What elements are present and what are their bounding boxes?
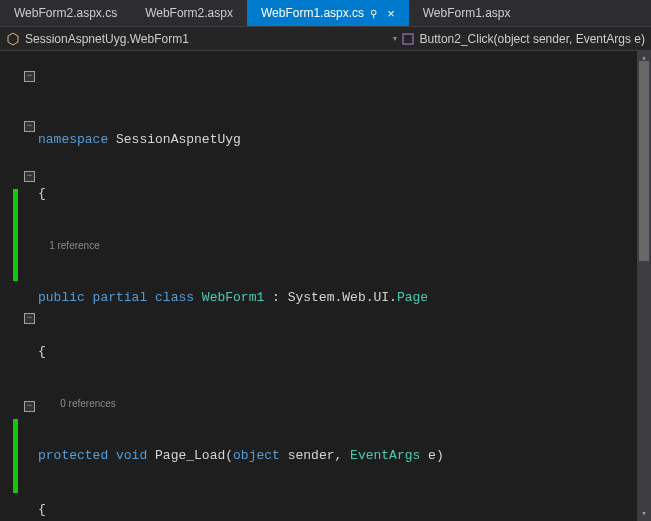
tab-webform2-aspx[interactable]: WebForm2.aspx [131,0,247,26]
class-icon [6,32,20,46]
code-line: { [38,185,651,203]
code-line: namespace SessionAspnetUyg [38,131,651,149]
close-icon[interactable]: × [387,6,395,21]
code-line: { [38,343,651,361]
vertical-scrollbar[interactable]: ▴ ▾ [637,51,651,521]
fold-toggle[interactable]: − [24,121,35,132]
fold-toggle[interactable]: − [24,171,35,182]
tab-bar: WebForm2.aspx.cs WebForm2.aspx WebForm1.… [0,0,651,27]
fold-toggle[interactable]: − [24,401,35,412]
type-nav-dropdown[interactable]: SessionAspnetUyg.WebForm1 [0,32,389,46]
scroll-down-button[interactable]: ▾ [637,507,651,521]
codelens-references[interactable]: 0 references [38,397,651,411]
svg-rect-0 [403,34,413,44]
member-nav-dropdown[interactable]: Button2_Click(object sender, EventArgs e… [401,32,651,46]
pin-icon[interactable]: ⚲ [370,8,377,19]
codelens-references[interactable]: 1 reference [38,239,651,253]
tab-webform1-cs[interactable]: WebForm1.aspx.cs ⚲ × [247,0,409,26]
nav-right-label: Button2_Click(object sender, EventArgs e… [420,32,645,46]
scroll-thumb[interactable] [639,61,649,261]
code-line: protected void Page_Load(object sender, … [38,447,651,465]
tab-webform1-aspx[interactable]: WebForm1.aspx [409,0,525,26]
tab-webform2-cs[interactable]: WebForm2.aspx.cs [0,0,131,26]
fold-toggle[interactable]: − [24,313,35,324]
code-line: public partial class WebForm1 : System.W… [38,289,651,307]
code-line: { [38,501,651,519]
editor-gutter: − − − − − [0,51,38,521]
change-marker [13,189,18,281]
change-marker [13,419,18,493]
nav-bar: SessionAspnetUyg.WebForm1 ▾ Button2_Clic… [0,27,651,51]
code-area[interactable]: namespace SessionAspnetUyg { 1 reference… [38,51,651,521]
chevron-down-icon[interactable]: ▾ [393,34,397,43]
fold-toggle[interactable]: − [24,71,35,82]
method-icon [401,32,415,46]
code-editor[interactable]: − − − − − namespace SessionAspnetUyg { 1… [0,51,651,521]
nav-left-label: SessionAspnetUyg.WebForm1 [25,32,189,46]
